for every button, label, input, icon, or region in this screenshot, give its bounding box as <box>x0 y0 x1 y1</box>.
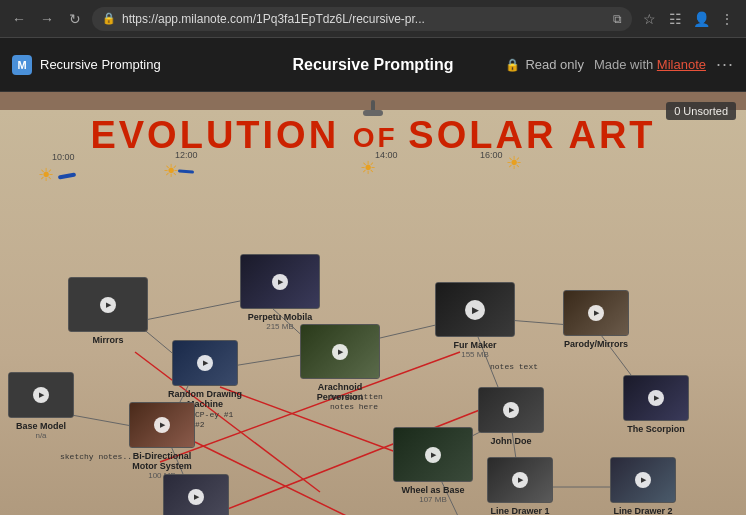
time-label-4: 16:00 <box>480 150 503 160</box>
note-1: CP-ey #1#2 <box>195 410 233 431</box>
title-solar-art: SOLAR ART <box>408 114 655 156</box>
thumb-random-drawing[interactable]: ▶ <box>172 340 238 386</box>
label-scorpion: The Scorpion <box>627 424 685 434</box>
thumb-line-drawer-2[interactable]: ▶ <box>610 457 676 503</box>
label-mirrors: Mirrors <box>92 335 123 345</box>
address-bar[interactable]: 🔒 https://app.milanote.com/1Pq3fa1EpTdz6… <box>92 7 632 31</box>
made-with-label: Made with <box>594 57 653 72</box>
thumb-arachnoid[interactable]: ▶ <box>300 324 380 379</box>
thumb-perpetu[interactable]: ▶ <box>240 254 320 309</box>
browser-actions: ☆ ☷ 👤 ⋮ <box>638 8 738 30</box>
header-center: Recursive Prompting <box>293 56 454 74</box>
readonly-badge: 🔒 Read only <box>505 57 584 72</box>
play-wheel-as-base[interactable]: ▶ <box>425 447 441 463</box>
sun-doodle-1: ☀ <box>38 164 54 186</box>
label-line-drawer-2: Line Drawer 2 <box>613 506 672 515</box>
play-parody-mirrors[interactable]: ▶ <box>588 305 604 321</box>
play-line-drawer-2[interactable]: ▶ <box>635 472 651 488</box>
canvas-area[interactable]: EVOLUTION of SOLAR ART 10:00 12:00 14:00… <box>0 92 746 515</box>
play-scorpion[interactable]: ▶ <box>648 390 664 406</box>
node-line-drawer-1[interactable]: ▶ Line Drawer 1 81 MB <box>487 457 553 515</box>
note-3: handwrittennotes here <box>330 392 383 413</box>
app-logo-section: M Recursive Prompting <box>0 55 200 75</box>
time-label-1: 10:00 <box>52 152 75 162</box>
menu-icon[interactable]: ⋮ <box>716 8 738 30</box>
node-parody-mirrors[interactable]: ▶ Parody/Mirrors <box>563 290 629 349</box>
title-evolution: EVOLUTION <box>90 114 339 156</box>
canvas-background: EVOLUTION of SOLAR ART 10:00 12:00 14:00… <box>0 92 746 515</box>
thumb-mirrors[interactable]: ▶ <box>68 277 148 332</box>
thumb-fur-maker[interactable]: ▶ <box>435 282 515 337</box>
label-fur-maker: Fur Maker <box>453 340 496 350</box>
url-text: https://app.milanote.com/1Pq3fa1EpTdz6L/… <box>122 12 425 26</box>
readonly-lock-icon: 🔒 <box>505 58 520 72</box>
thumb-bi-directional[interactable]: ▶ <box>129 402 195 448</box>
node-scorpion[interactable]: ▶ The Scorpion <box>623 375 689 434</box>
thumb-spin-game[interactable]: ▶ <box>163 474 229 515</box>
app-header: M Recursive Prompting Recursive Promptin… <box>0 38 746 92</box>
sun-doodle-4: ☀ <box>506 152 522 174</box>
play-spin-game[interactable]: ▶ <box>188 489 204 505</box>
thumb-john-doe[interactable]: ▶ <box>478 387 544 433</box>
label-perpetu: Perpetu Mobila <box>248 312 313 322</box>
lock-icon: 🔒 <box>102 12 116 25</box>
node-mirrors[interactable]: ▶ Mirrors <box>68 277 148 345</box>
profile-icon[interactable]: 👤 <box>690 8 712 30</box>
node-john-doe[interactable]: ▶ John Doe <box>478 387 544 446</box>
label-line-drawer-1: Line Drawer 1 <box>490 506 549 515</box>
browser-chrome: ← → ↻ 🔒 https://app.milanote.com/1Pq3fa1… <box>0 0 746 38</box>
thumb-scorpion[interactable]: ▶ <box>623 375 689 421</box>
node-random-drawing[interactable]: ▶ Random Drawing Machine <box>165 340 245 409</box>
play-line-drawer-1[interactable]: ▶ <box>512 472 528 488</box>
forward-button[interactable]: → <box>36 8 58 30</box>
label-base-model: Base Model <box>16 421 66 431</box>
label-wheel-as-base: Wheel as Base <box>401 485 464 495</box>
label-parody-mirrors: Parody/Mirrors <box>564 339 628 349</box>
play-base-model[interactable]: ▶ <box>33 387 49 403</box>
thumb-line-drawer-1[interactable]: ▶ <box>487 457 553 503</box>
app-sidebar-title: Recursive Prompting <box>40 57 161 72</box>
time-label-3: 14:00 <box>375 150 398 160</box>
refresh-button[interactable]: ↻ <box>64 8 86 30</box>
sun-doodle-3: ☀ <box>360 157 376 179</box>
size-base-model: n/a <box>35 431 46 440</box>
bookmark-icon[interactable]: ☆ <box>638 8 660 30</box>
thumb-wheel-as-base[interactable]: ▶ <box>393 427 473 482</box>
note-4: notes text <box>490 362 538 372</box>
note-2: sketchy notes... <box>60 452 137 462</box>
more-options-button[interactable]: ··· <box>716 54 734 75</box>
play-fur-maker[interactable]: ▶ <box>465 300 485 320</box>
size-fur-maker: 155 MB <box>461 350 489 359</box>
label-john-doe: John Doe <box>490 436 531 446</box>
unsorted-badge[interactable]: 0 Unsorted <box>666 102 736 120</box>
node-arachnoid[interactable]: ▶ Arachnoid Perversion <box>300 324 380 402</box>
play-random-drawing[interactable]: ▶ <box>197 355 213 371</box>
node-fur-maker[interactable]: ▶ Fur Maker 155 MB <box>435 282 515 359</box>
extensions-icon[interactable]: ☷ <box>664 8 686 30</box>
doc-title: Recursive Prompting <box>293 56 454 74</box>
play-mirrors[interactable]: ▶ <box>100 297 116 313</box>
node-bi-directional[interactable]: ▶ Bi-Directional Motor System 100 MB <box>122 402 202 480</box>
node-perpetu[interactable]: ▶ Perpetu Mobila 215 MB <box>240 254 320 331</box>
play-john-doe[interactable]: ▶ <box>503 402 519 418</box>
size-perpetu: 215 MB <box>266 322 294 331</box>
made-with-section: Made with Milanote <box>594 57 706 72</box>
readonly-label: Read only <box>525 57 584 72</box>
title-of: of <box>353 122 409 153</box>
node-base-model[interactable]: ▶ Base Model n/a <box>8 372 74 440</box>
time-label-2: 12:00 <box>175 150 198 160</box>
node-spin-game[interactable]: ▶ Spin Game <box>163 474 229 515</box>
thumb-parody-mirrors[interactable]: ▶ <box>563 290 629 336</box>
app-logo: M <box>12 55 32 75</box>
play-arachnoid[interactable]: ▶ <box>332 344 348 360</box>
sun-doodle-2: ☀ <box>163 160 179 182</box>
play-perpetu[interactable]: ▶ <box>272 274 288 290</box>
milanote-link[interactable]: Milanote <box>657 57 706 72</box>
size-wheel-as-base: 107 MB <box>419 495 447 504</box>
node-line-drawer-2[interactable]: ▶ Line Drawer 2 130 MB <box>610 457 676 515</box>
header-right: 🔒 Read only Made with Milanote ··· <box>505 54 746 75</box>
back-button[interactable]: ← <box>8 8 30 30</box>
node-wheel-as-base[interactable]: ▶ Wheel as Base 107 MB <box>393 427 473 504</box>
thumb-base-model[interactable]: ▶ <box>8 372 74 418</box>
play-bi-directional[interactable]: ▶ <box>154 417 170 433</box>
